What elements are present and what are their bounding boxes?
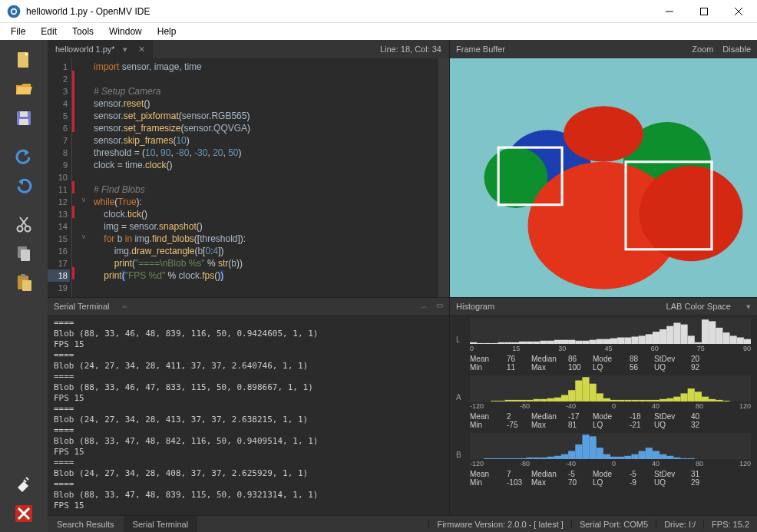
- svg-point-2: [12, 9, 16, 13]
- close-button[interactable]: [721, 0, 755, 22]
- svg-rect-46: [526, 342, 533, 344]
- svg-rect-10: [20, 111, 28, 117]
- svg-rect-63: [646, 334, 653, 344]
- svg-rect-57: [603, 339, 610, 344]
- colorspace-selector[interactable]: LAB Color Space: [666, 302, 731, 311]
- svg-rect-71: [702, 319, 709, 344]
- menu-file[interactable]: File: [3, 25, 33, 38]
- svg-rect-76: [737, 338, 744, 344]
- svg-rect-82: [491, 401, 498, 401]
- tab-dropdown-icon[interactable]: ▾: [123, 45, 127, 55]
- svg-rect-50: [554, 340, 561, 344]
- svg-rect-40: [484, 343, 491, 344]
- cut-button[interactable]: [5, 210, 42, 238]
- dropdown-icon[interactable]: ▾: [746, 302, 751, 312]
- svg-rect-123: [491, 458, 498, 459]
- svg-rect-146: [653, 451, 659, 459]
- terminal-split-icon[interactable]: ▭: [436, 301, 443, 312]
- open-file-button[interactable]: [5, 75, 42, 103]
- svg-rect-106: [659, 399, 666, 401]
- menubar: FileEditToolsWindowHelp: [0, 23, 757, 40]
- undo-button[interactable]: [5, 143, 42, 170]
- svg-point-34: [564, 106, 643, 162]
- svg-rect-143: [631, 454, 638, 459]
- svg-rect-42: [498, 342, 505, 344]
- bottombar: Search ResultsSerial Terminal Firmware V…: [48, 515, 757, 532]
- svg-rect-105: [653, 400, 659, 401]
- histogram-pane: Histogram LAB Color Space ▾ L01530456075…: [449, 298, 757, 515]
- code-editor[interactable]: 12345678910111213141516171819 vv import …: [48, 58, 449, 297]
- menu-tools[interactable]: Tools: [64, 25, 101, 38]
- editor-pane: helloworld 1.py* ▾ ✕ Line: 18, Col: 34 1…: [48, 40, 449, 297]
- maximize-button[interactable]: [686, 0, 721, 22]
- bottom-tab-serial-terminal[interactable]: Serial Terminal: [124, 516, 198, 533]
- svg-rect-94: [575, 380, 582, 401]
- histogram-title: Histogram: [456, 302, 494, 311]
- terminal-settings-icon[interactable]: ⎓: [122, 302, 127, 311]
- svg-rect-93: [568, 390, 575, 401]
- svg-rect-144: [639, 451, 646, 459]
- svg-rect-95: [582, 377, 589, 401]
- svg-rect-128: [526, 458, 533, 459]
- editor-tabbar: helloworld 1.py* ▾ ✕ Line: 18, Col: 34: [48, 40, 449, 58]
- menu-help[interactable]: Help: [150, 25, 184, 38]
- svg-rect-11: [19, 119, 28, 125]
- menu-edit[interactable]: Edit: [33, 25, 64, 38]
- save-file-button[interactable]: [5, 104, 42, 132]
- svg-rect-137: [590, 436, 597, 459]
- svg-rect-85: [512, 400, 519, 401]
- disable-button[interactable]: Disable: [722, 45, 751, 54]
- bottom-tab-search-results[interactable]: Search Results: [48, 516, 124, 533]
- svg-rect-110: [688, 388, 695, 401]
- minimize-button[interactable]: [652, 0, 686, 22]
- svg-rect-139: [603, 454, 610, 459]
- copy-button[interactable]: [5, 240, 42, 267]
- drive-status: Drive: I:/: [656, 520, 703, 529]
- svg-rect-151: [688, 458, 695, 459]
- svg-rect-124: [498, 458, 505, 459]
- svg-rect-103: [639, 400, 646, 401]
- svg-rect-140: [610, 457, 617, 459]
- titlebar: helloworld 1.py - OpenMV IDE: [0, 0, 757, 23]
- svg-point-14: [18, 226, 23, 232]
- zoom-button[interactable]: Zoom: [692, 45, 713, 54]
- svg-rect-75: [730, 335, 737, 344]
- svg-point-33: [640, 166, 743, 261]
- svg-rect-4: [700, 8, 707, 15]
- stop-button[interactable]: [5, 500, 42, 527]
- terminal-output[interactable]: ==== Blob (88, 33, 46, 48, 839, 116, 50,…: [48, 315, 449, 515]
- svg-rect-89: [540, 399, 547, 401]
- svg-rect-109: [681, 393, 688, 401]
- svg-rect-22: [22, 280, 31, 291]
- svg-rect-69: [688, 335, 695, 344]
- new-file-button[interactable]: [5, 46, 42, 74]
- tab-close-icon[interactable]: ✕: [138, 45, 145, 55]
- svg-rect-60: [624, 338, 631, 344]
- svg-point-15: [25, 226, 31, 232]
- svg-rect-41: [491, 343, 498, 344]
- svg-rect-51: [561, 340, 568, 344]
- editor-scrollbar[interactable]: [438, 58, 449, 297]
- svg-rect-77: [744, 339, 751, 344]
- svg-rect-141: [617, 457, 624, 459]
- framebuffer-image[interactable]: [450, 58, 757, 297]
- connect-button[interactable]: [5, 471, 42, 498]
- svg-rect-74: [722, 332, 729, 344]
- svg-rect-145: [646, 448, 653, 459]
- redo-button[interactable]: [5, 172, 42, 200]
- svg-rect-58: [610, 339, 617, 344]
- editor-tab[interactable]: helloworld 1.py* ▾ ✕: [48, 40, 153, 58]
- svg-rect-111: [695, 392, 702, 401]
- paste-button[interactable]: [5, 269, 42, 296]
- svg-rect-45: [519, 342, 526, 344]
- framebuffer-title: Frame Buffer: [456, 45, 505, 54]
- menu-window[interactable]: Window: [101, 25, 150, 38]
- svg-rect-150: [681, 458, 688, 459]
- svg-rect-73: [716, 328, 722, 344]
- svg-rect-132: [554, 456, 561, 459]
- terminal-collapse-icon[interactable]: ︿: [421, 301, 428, 312]
- app-logo-icon: [6, 4, 21, 19]
- svg-rect-104: [646, 400, 653, 401]
- svg-rect-21: [21, 274, 25, 277]
- svg-rect-44: [512, 342, 519, 344]
